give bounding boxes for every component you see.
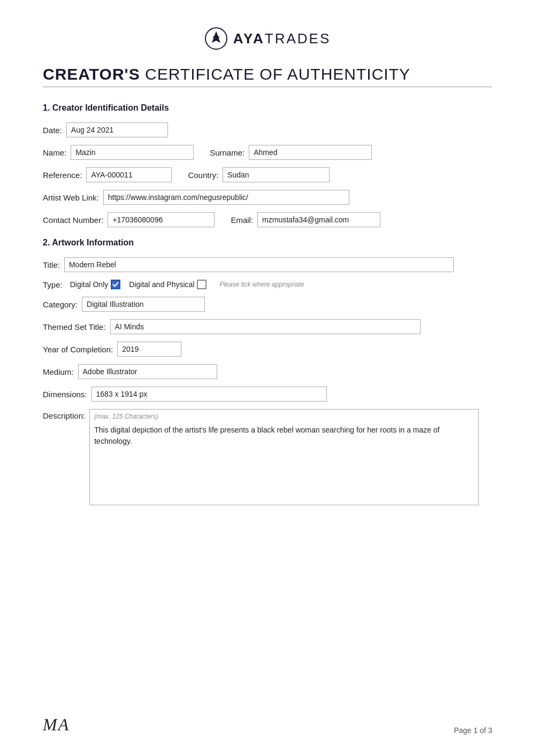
dimensions-label: Dimensions: (43, 390, 87, 399)
title-row: Title: (43, 257, 492, 272)
date-field[interactable] (66, 122, 168, 137)
contact-label: Contact Number: (43, 215, 103, 225)
surname-label: Surname: (210, 148, 244, 157)
weblink-row: Artist Web Link: (43, 190, 492, 205)
artwork-title-label: Title: (43, 260, 60, 269)
country-group: Country: (188, 167, 330, 182)
reference-country-row: Reference: Country: (43, 167, 492, 182)
surname-field[interactable] (249, 145, 372, 160)
date-label: Date: (43, 126, 62, 135)
checkmark-icon (112, 281, 119, 288)
digital-only-option: Digital Only (70, 280, 121, 289)
contact-group: Contact Number: (43, 212, 215, 227)
page-number: Page 1 of 3 (454, 726, 492, 735)
description-label: Description: (43, 409, 85, 420)
themed-label: Themed Set Title: (43, 322, 106, 331)
digital-physical-option: Digital and Physical (129, 280, 207, 289)
page-footer: MA Page 1 of 3 (43, 715, 492, 735)
description-row: Description: (max. 125 Characters) This … (43, 409, 492, 505)
digital-physical-checkbox[interactable] (197, 280, 207, 289)
artwork-title-field[interactable] (64, 257, 454, 272)
weblink-label: Artist Web Link: (43, 193, 99, 202)
medium-row: Medium: (43, 364, 492, 379)
themed-row: Themed Set Title: (43, 319, 492, 334)
digital-only-checkbox[interactable] (111, 280, 120, 289)
year-row: Year of Completion: (43, 342, 492, 357)
reference-label: Reference: (43, 171, 82, 180)
category-label: Category: (43, 300, 78, 309)
name-surname-row: Name: Surname: (43, 145, 492, 160)
themed-field[interactable] (110, 319, 421, 334)
type-label: Type: (43, 280, 63, 289)
year-field[interactable] (117, 342, 181, 357)
ayatrades-logo-icon (204, 27, 228, 50)
country-field[interactable] (223, 167, 330, 182)
logo-text: AYATRADES (233, 30, 331, 47)
title-divider (43, 87, 492, 87)
email-group: Email: (231, 212, 380, 227)
category-row: Category: (43, 297, 492, 312)
type-row: Type: Digital Only Digital and Physical … (43, 280, 492, 289)
description-text: This digital depiction of the artist's l… (94, 425, 474, 447)
contact-email-row: Contact Number: Email: (43, 212, 492, 227)
reference-field[interactable] (86, 167, 172, 182)
medium-field[interactable] (78, 364, 217, 379)
document-title: CREATOR'S CERTIFICATE OF AUTHENTICITY (43, 65, 492, 83)
section1-heading: 1. Creator Identification Details (43, 103, 492, 113)
dimensions-row: Dimensions: (43, 387, 492, 402)
email-label: Email: (231, 215, 253, 225)
digital-only-label: Digital Only (70, 280, 109, 289)
description-hint: (max. 125 Characters) (94, 413, 474, 420)
dimensions-field[interactable] (91, 387, 327, 402)
section2: 2. Artwork Information Title: Type: Digi… (43, 238, 492, 505)
surname-group: Surname: (210, 145, 372, 160)
country-label: Country: (188, 171, 218, 180)
weblink-field[interactable] (103, 190, 349, 205)
document-page: AYATRADES CREATOR'S CERTIFICATE OF AUTHE… (0, 0, 535, 756)
name-field[interactable] (71, 145, 194, 160)
category-field[interactable] (82, 297, 205, 312)
medium-label: Medium: (43, 367, 74, 376)
logo-area: AYATRADES (43, 27, 492, 50)
tick-note: Please tick where appropriate (219, 281, 304, 288)
reference-group: Reference: (43, 167, 172, 182)
section1: 1. Creator Identification Details Date: … (43, 103, 492, 227)
year-label: Year of Completion: (43, 345, 113, 354)
description-box[interactable]: (max. 125 Characters) This digital depic… (89, 409, 479, 505)
digital-physical-label: Digital and Physical (129, 280, 194, 289)
email-field[interactable] (257, 212, 380, 227)
section2-heading: 2. Artwork Information (43, 238, 492, 248)
name-group: Name: (43, 145, 194, 160)
name-label: Name: (43, 148, 66, 157)
date-row: Date: (43, 122, 492, 137)
contact-field[interactable] (108, 212, 215, 227)
signature: MA (43, 715, 70, 735)
